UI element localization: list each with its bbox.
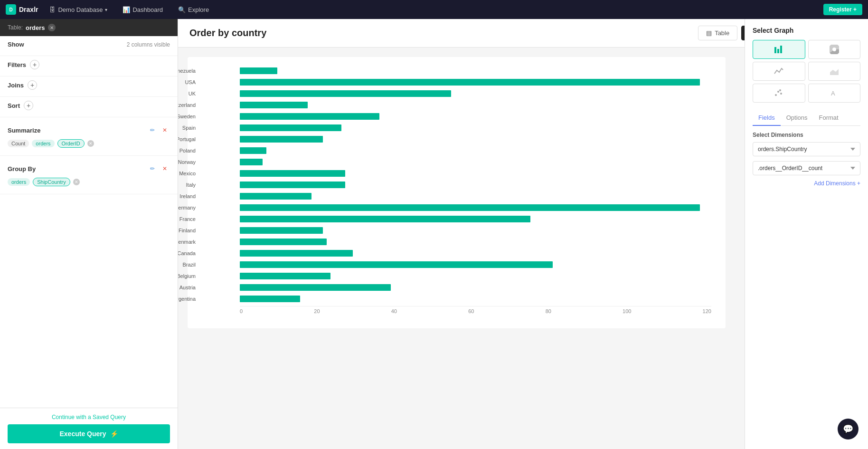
x-tick: 60 xyxy=(468,308,474,314)
bar-track xyxy=(240,193,711,200)
nav-demo-database[interactable]: 🗄 Demo Database ▾ xyxy=(46,4,111,15)
bar-track xyxy=(240,113,711,120)
bar-fill xyxy=(240,284,391,291)
bar-label: Argentina xyxy=(178,295,199,303)
joins-label: Joins xyxy=(8,82,24,89)
explore-icon: 🔍 xyxy=(178,6,186,13)
bar-label: Ireland xyxy=(178,192,199,201)
x-tick: 80 xyxy=(546,308,551,314)
svg-marker-5 xyxy=(830,69,839,75)
bar-track xyxy=(240,227,711,234)
bar-row: Argentina xyxy=(240,295,711,303)
bar-row: Canada xyxy=(240,249,711,258)
bar-row: Mexico xyxy=(240,169,711,178)
database-icon: 🗄 xyxy=(49,6,56,13)
bar-label: Canada xyxy=(178,249,199,258)
bar-chart-type-button[interactable] xyxy=(753,40,805,59)
add-join-button[interactable]: + xyxy=(28,80,37,90)
bar-label: Germany xyxy=(178,203,199,212)
svg-point-7 xyxy=(777,91,779,93)
tab-fields[interactable]: Fields xyxy=(753,110,781,126)
execute-query-button[interactable]: Execute Query ⚡ xyxy=(8,424,170,443)
close-table-icon[interactable]: ✕ xyxy=(48,24,56,31)
bar-track xyxy=(240,136,711,143)
scatter-chart-type-button[interactable] xyxy=(753,84,805,103)
edit-groupby-button[interactable]: ✏ xyxy=(147,163,158,174)
svg-point-9 xyxy=(779,89,781,91)
table-view-button[interactable]: ▤ Table xyxy=(698,26,737,40)
right-panel: Select Graph A Fields Options xyxy=(745,19,868,449)
bar-track xyxy=(240,204,711,211)
count-tag: Count xyxy=(8,140,29,147)
groupby-section: Group By ✏ ✕ orders ShipCountry ✕ xyxy=(0,156,178,194)
bar-fill xyxy=(240,239,327,245)
bar-row: Spain xyxy=(240,124,711,132)
pie-chart-type-button[interactable] xyxy=(808,40,861,59)
bar-label: Venezuela xyxy=(178,67,199,75)
bar-label: Denmark xyxy=(178,238,199,246)
bar-track xyxy=(240,273,711,279)
bar-fill xyxy=(240,102,308,108)
nav-explore[interactable]: 🔍 Explore xyxy=(174,4,213,15)
bar-row: Germany xyxy=(240,203,711,212)
add-filter-button[interactable]: + xyxy=(30,60,39,69)
orderid-tag: OrderID xyxy=(57,139,85,148)
bar-row: Switzerland xyxy=(240,101,711,109)
remove-summarize-tag[interactable]: ✕ xyxy=(87,140,94,147)
bar-row: Italy xyxy=(240,181,711,189)
x-tick: 20 xyxy=(314,308,320,314)
tab-options[interactable]: Options xyxy=(781,110,813,126)
bar-fill xyxy=(240,147,266,154)
bar-fill xyxy=(240,67,277,74)
brand-logo-area[interactable]: D Draxlr xyxy=(6,4,38,15)
orders-tag: orders xyxy=(32,140,54,147)
delete-summarize-button[interactable]: ✕ xyxy=(160,125,170,135)
bar-track xyxy=(240,79,711,86)
remove-groupby-tag[interactable]: ✕ xyxy=(73,179,80,185)
summarize-label: Summarize xyxy=(8,127,40,134)
edit-summarize-button[interactable]: ✏ xyxy=(147,125,158,135)
area-chart-type-button[interactable] xyxy=(808,62,861,81)
tab-format[interactable]: Format xyxy=(813,110,844,126)
bar-label: UK xyxy=(178,89,199,98)
bar-row: Brazil xyxy=(240,260,711,269)
svg-rect-0 xyxy=(774,47,776,53)
bar-label: Poland xyxy=(178,146,199,155)
table-label: Table: xyxy=(8,24,23,31)
bar-track xyxy=(240,102,711,108)
delete-groupby-button[interactable]: ✕ xyxy=(160,163,170,174)
bar-track xyxy=(240,182,711,188)
bar-row: Sweden xyxy=(240,112,711,121)
text-chart-type-button[interactable]: A xyxy=(808,84,861,103)
bar-fill xyxy=(240,113,379,120)
bar-track xyxy=(240,261,711,268)
lightning-icon: ⚡ xyxy=(110,430,118,438)
chat-bubble-button[interactable]: 💬 xyxy=(838,419,859,439)
bar-fill xyxy=(240,204,700,211)
bar-row: Austria xyxy=(240,283,711,292)
nav-dashboard[interactable]: 📊 Dashboard xyxy=(119,4,167,15)
x-axis: 020406080100120 xyxy=(240,306,711,314)
register-button[interactable]: Register + xyxy=(823,4,862,15)
svg-rect-1 xyxy=(777,49,779,53)
bar-track xyxy=(240,284,711,291)
bar-row: USA xyxy=(240,78,711,86)
dimensions-dropdown[interactable]: orders.ShipCountry xyxy=(753,142,860,156)
bar-label: Mexico xyxy=(178,169,199,178)
add-sort-button[interactable]: + xyxy=(24,101,33,110)
bar-label: Brazil xyxy=(178,260,199,269)
bar-fill xyxy=(240,136,323,143)
bar-fill xyxy=(240,261,553,268)
bar-fill xyxy=(240,273,330,279)
bar-label: USA xyxy=(178,78,199,86)
table-name: orders xyxy=(26,24,45,31)
measure-dropdown[interactable]: .orders__OrderID__count xyxy=(753,161,860,175)
chart-container: Venezuela USA UK Switzerland xyxy=(188,57,726,328)
continue-link[interactable]: Continue with a Saved Query xyxy=(8,414,170,420)
add-dimensions-button[interactable]: Add Dimensions + xyxy=(753,180,860,187)
summarize-tags: Count orders OrderID ✕ xyxy=(8,139,170,152)
bar-fill xyxy=(240,216,530,222)
sort-section: Sort + xyxy=(0,97,178,117)
bar-fill xyxy=(240,124,341,131)
line-chart-type-button[interactable] xyxy=(753,62,805,81)
